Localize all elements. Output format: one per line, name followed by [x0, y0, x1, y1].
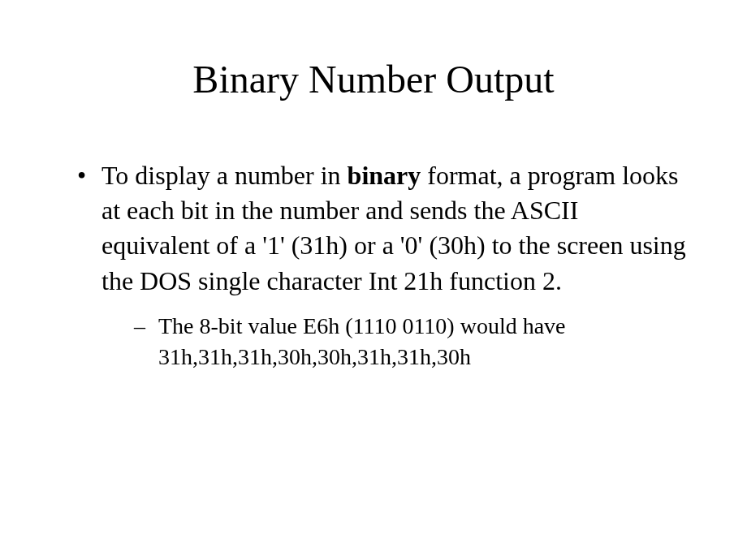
sub-bullet-list: The 8-bit value E6h (1110 0110) would ha…	[101, 311, 690, 373]
main-bullet-list: To display a number in binary format, a …	[57, 158, 690, 372]
sub-bullet-text: The 8-bit value E6h (1110 0110) would ha…	[158, 313, 566, 369]
bullet-bold-word: binary	[348, 161, 421, 190]
bullet-item-1: To display a number in binary format, a …	[73, 158, 690, 372]
sub-bullet-item-1: The 8-bit value E6h (1110 0110) would ha…	[134, 311, 690, 373]
bullet-text-before: To display a number in	[101, 161, 348, 190]
slide-title: Binary Number Output	[57, 57, 690, 101]
